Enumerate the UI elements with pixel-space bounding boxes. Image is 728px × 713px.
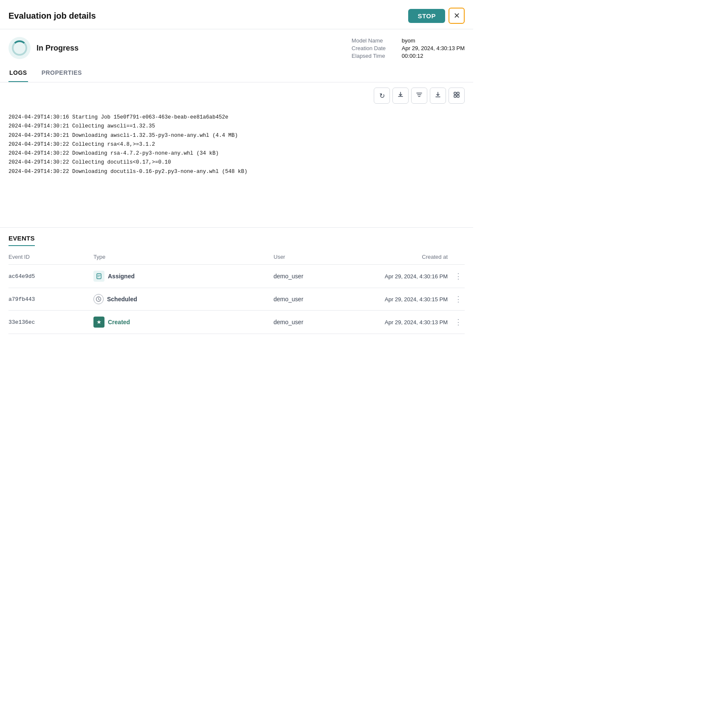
status-meta: Model Name byom Creation Date Apr 29, 20…: [352, 37, 465, 59]
export-button[interactable]: [430, 88, 446, 104]
created-icon: [93, 317, 104, 328]
close-button[interactable]: ✕: [449, 8, 465, 24]
creation-date-val: Apr 29, 2024, 4:30:13 PM: [402, 45, 465, 51]
events-table-header: Event ID Type User Created at: [8, 249, 465, 265]
table-row: a79fb443 Scheduled demo_user Apr 29, 202…: [8, 288, 465, 311]
event-user: demo_user: [274, 296, 358, 303]
event-date: Apr 29, 2024, 4:30:16 PM: [358, 273, 452, 280]
elapsed-time-val: 00:00:12: [402, 53, 423, 59]
log-line: 2024-04-29T14:30:16 Starting Job 15e0f79…: [8, 113, 465, 122]
event-type-label: Created: [108, 319, 130, 325]
col-user: User: [274, 254, 358, 260]
log-line: 2024-04-29T14:30:21 Collecting awscli==1…: [8, 122, 465, 131]
page-header: Evaluation job details STOP ✕: [0, 0, 473, 29]
log-area: 2024-04-29T14:30:16 Starting Job 15e0f79…: [0, 109, 473, 228]
log-toolbar: ↻: [0, 82, 473, 109]
model-name-row: Model Name byom: [352, 37, 465, 44]
log-line: 2024-04-29T14:30:22 Collecting rsa<4.8,>…: [8, 140, 465, 149]
filter-icon: [416, 91, 423, 100]
download-icon: [397, 91, 404, 100]
event-type: Assigned: [93, 271, 274, 282]
event-id: a79fb443: [8, 296, 93, 303]
event-date: Apr 29, 2024, 4:30:13 PM: [358, 319, 452, 325]
elapsed-time-row: Elapsed Time 00:00:12: [352, 53, 465, 59]
tab-properties[interactable]: PROPERTIES: [41, 65, 83, 82]
table-row: 33e136ec Created demo_user Apr 29, 2024,…: [8, 311, 465, 334]
event-type: Scheduled: [93, 294, 274, 304]
scheduled-icon: [93, 294, 104, 304]
event-id: ac64e9d5: [8, 273, 93, 280]
svg-rect-1: [457, 92, 459, 94]
events-header: EVENTS: [8, 228, 465, 246]
header-actions: STOP ✕: [408, 8, 465, 24]
creation-date-key: Creation Date: [352, 45, 398, 51]
event-id: 33e136ec: [8, 319, 93, 325]
log-line: 2024-04-29T14:30:22 Downloading rsa-4.7.…: [8, 149, 465, 158]
event-date: Apr 29, 2024, 4:30:15 PM: [358, 296, 452, 303]
event-type: Created: [93, 317, 274, 328]
download-button[interactable]: [392, 88, 409, 104]
col-event-id: Event ID: [8, 254, 93, 260]
status-left: In Progress: [8, 37, 79, 59]
page-title: Evaluation job details: [8, 11, 96, 21]
elapsed-time-key: Elapsed Time: [352, 53, 398, 59]
event-user: demo_user: [274, 273, 358, 280]
col-type: Type: [93, 254, 274, 260]
refresh-button[interactable]: ↻: [374, 88, 390, 104]
grid-view-button[interactable]: [449, 88, 465, 104]
spinner: [8, 37, 31, 59]
stop-button[interactable]: STOP: [408, 9, 445, 23]
close-icon: ✕: [454, 11, 460, 20]
svg-rect-0: [454, 92, 456, 94]
event-type-label: Scheduled: [107, 296, 137, 303]
event-type-label: Assigned: [108, 273, 135, 280]
events-section: EVENTS Event ID Type User Created at ac6…: [0, 228, 473, 334]
event-user: demo_user: [274, 319, 358, 325]
assigned-icon: [93, 271, 104, 282]
model-name-val: byom: [402, 37, 415, 44]
log-line: 2024-04-29T14:30:22 Downloading docutils…: [8, 167, 465, 176]
status-label: In Progress: [37, 44, 79, 53]
log-line: 2024-04-29T14:30:21 Downloading awscli-1…: [8, 131, 465, 140]
model-name-key: Model Name: [352, 37, 398, 44]
event-menu-button[interactable]: ⋮: [452, 272, 465, 281]
event-menu-button[interactable]: ⋮: [452, 294, 465, 304]
creation-date-row: Creation Date Apr 29, 2024, 4:30:13 PM: [352, 45, 465, 51]
svg-rect-2: [454, 95, 456, 97]
event-menu-button[interactable]: ⋮: [452, 317, 465, 327]
log-line: 2024-04-29T14:30:22 Collecting docutils<…: [8, 158, 465, 167]
table-row: ac64e9d5 Assigned demo_user Apr 29, 2024…: [8, 265, 465, 288]
spinner-arc: [12, 40, 27, 56]
events-table-body: ac64e9d5 Assigned demo_user Apr 29, 2024…: [8, 265, 465, 334]
grid-icon: [453, 91, 460, 100]
tabs: LOGS PROPERTIES: [0, 65, 473, 82]
filter-button[interactable]: [411, 88, 427, 104]
export-icon: [435, 91, 441, 100]
refresh-icon: ↻: [379, 92, 385, 100]
svg-rect-3: [457, 95, 459, 97]
col-created-at: Created at: [358, 254, 452, 260]
tab-logs[interactable]: LOGS: [8, 65, 28, 82]
status-row: In Progress Model Name byom Creation Dat…: [0, 29, 473, 65]
svg-rect-4: [97, 274, 101, 279]
